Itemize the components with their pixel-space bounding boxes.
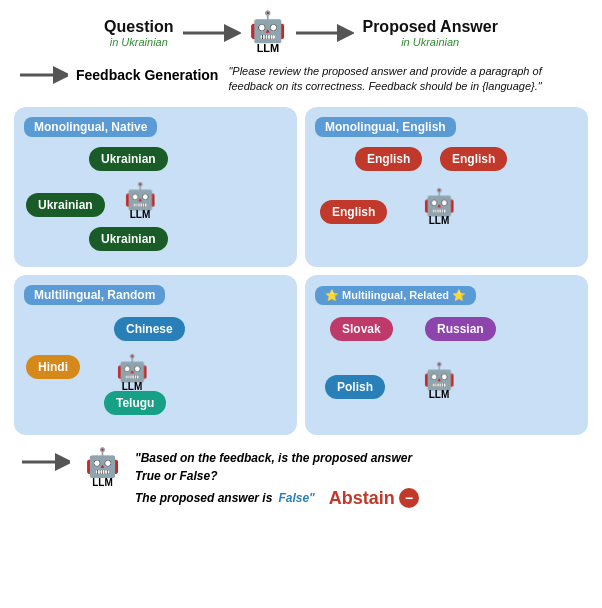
question-label: Question in Ukrainian <box>104 18 173 48</box>
bubble-russian: Russian <box>425 317 496 341</box>
panel-1-llm: LLM <box>130 209 151 220</box>
panel-2-llm: LLM <box>429 215 450 226</box>
bubble-hindi: Hindi <box>26 355 80 379</box>
question-sub: in Ukrainian <box>110 36 168 48</box>
panel-2-robot: 🤖 LLM <box>423 189 455 226</box>
panel-monolingual-native: Monolingual, Native Ukrainian Ukrainian … <box>14 107 297 267</box>
bottom-quote-line2: True or False? <box>135 467 582 485</box>
top-flow: Question in Ukrainian 🤖 LLM Proposed Ans… <box>0 0 602 60</box>
bubble-ukrainian-1: Ukrainian <box>89 147 168 171</box>
proposed-sub: in Ukrainian <box>401 36 459 48</box>
panel-4-title: ⭐ Multilingual, Related ⭐ <box>315 286 476 305</box>
abstain-text: Abstain <box>329 485 395 512</box>
panel-1-content: Ukrainian Ukrainian Ukrainian 🤖 LLM <box>24 145 287 255</box>
panel-3-llm: LLM <box>122 381 143 392</box>
arrow-1 <box>181 24 241 42</box>
bubble-english-2: English <box>440 147 507 171</box>
bottom-text-block: "Based on the feedback, is the proposed … <box>135 449 582 512</box>
top-robot: 🤖 LLM <box>249 12 286 54</box>
panel-3-robot: 🤖 LLM <box>116 355 148 392</box>
panel-1-robot: 🤖 LLM <box>124 183 156 220</box>
feedback-arrow-label: Feedback Generation <box>18 64 218 84</box>
llm-label: LLM <box>257 42 280 54</box>
bottom-arrow <box>20 449 70 471</box>
proposed-label: Proposed Answer in Ukrainian <box>362 18 497 48</box>
bottom-robot: 🤖 LLM <box>80 449 125 488</box>
bubble-polish: Polish <box>325 375 385 399</box>
bottom-quote-line1: "Based on the feedback, is the proposed … <box>135 449 582 467</box>
panel-4-llm: LLM <box>429 389 450 400</box>
false-word: False" <box>278 489 314 507</box>
bubble-telugu: Telugu <box>104 391 166 415</box>
panel-1-title: Monolingual, Native <box>24 117 157 137</box>
abstain-badge: Abstain − <box>329 485 419 512</box>
proposed-main: Proposed Answer <box>362 18 497 36</box>
question-main: Question <box>104 18 173 36</box>
panel-4-robot: 🤖 LLM <box>423 363 455 400</box>
bubble-english-3: English <box>320 200 387 224</box>
feedback-section: Feedback Generation "Please review the p… <box>0 60 602 103</box>
bubble-slovak: Slovak <box>330 317 393 341</box>
panels-grid: Monolingual, Native Ukrainian Ukrainian … <box>0 103 602 441</box>
bottom-section: 🤖 LLM "Based on the feedback, is the pro… <box>0 441 602 518</box>
panel-3-title: Multilingual, Random <box>24 285 165 305</box>
feedback-arrow-icon <box>18 66 68 84</box>
bubble-ukrainian-2: Ukrainian <box>26 193 105 217</box>
arrow-2 <box>294 24 354 42</box>
panel-multilingual-random: Multilingual, Random Hindi Chinese Telug… <box>14 275 297 435</box>
panel-multilingual-related: ⭐ Multilingual, Related ⭐ Slovak Russian… <box>305 275 588 435</box>
bottom-arrow-icon <box>20 453 70 471</box>
panel-2-title: Monolingual, English <box>315 117 456 137</box>
abstain-icon: − <box>399 488 419 508</box>
bubble-english-1: English <box>355 147 422 171</box>
answer-line: The proposed answer is False" Abstain − <box>135 485 582 512</box>
panel-2-content: English English English 🤖 LLM <box>315 145 578 255</box>
bubble-ukrainian-3: Ukrainian <box>89 227 168 251</box>
answer-prefix: The proposed answer is <box>135 489 272 507</box>
panel-3-content: Hindi Chinese Telugu 🤖 LLM <box>24 313 287 423</box>
panel-monolingual-english: Monolingual, English English English Eng… <box>305 107 588 267</box>
panel-4-content: Slovak Russian Polish 🤖 LLM <box>315 313 578 423</box>
bottom-llm: LLM <box>92 477 113 488</box>
bubble-chinese: Chinese <box>114 317 185 341</box>
feedback-quote: "Please review the proposed answer and p… <box>228 64 548 95</box>
feedback-title: Feedback Generation <box>76 67 218 83</box>
